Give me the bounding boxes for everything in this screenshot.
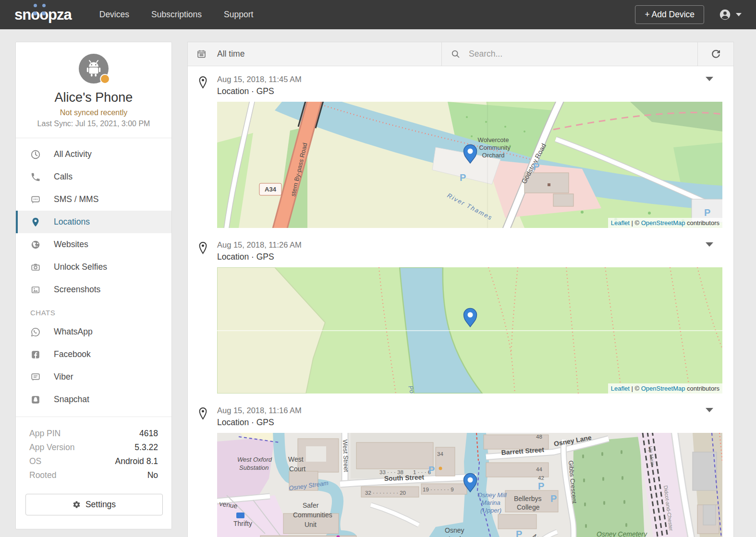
date-range-filter[interactable]: All time — [188, 42, 442, 66]
sidebar-item-locations[interactable]: Locations — [16, 211, 171, 233]
profile-icon — [719, 8, 732, 21]
map-osney[interactable]: West Oxford Substation West Court West S… — [217, 433, 722, 537]
osm-link[interactable]: OpenStreetMap — [641, 385, 685, 392]
info-label: App Version — [29, 441, 74, 454]
phone-icon — [30, 172, 41, 182]
sidebar-item-unlock-selfies[interactable]: Unlock Selfies — [16, 256, 171, 278]
entry-timestamp: Aug 15, 2018, 11:16 AM — [217, 406, 733, 415]
svg-text:P: P — [704, 207, 710, 218]
info-label: OS — [29, 454, 41, 468]
info-value: 5.3.22 — [134, 441, 158, 454]
map-container: Po Leaflet | © OpenStreetMap contributor… — [217, 267, 722, 394]
svg-text:Lock: Lock — [449, 535, 463, 537]
location-pin-icon — [197, 407, 208, 420]
location-pin-icon — [197, 241, 208, 254]
map-attribution: Leaflet | © OpenStreetMap contributors — [608, 218, 722, 228]
info-row-os: OS Android 8.1 — [29, 454, 158, 468]
sidebar-item-sms-mms[interactable]: SMS / MMS — [16, 188, 171, 211]
refresh-button[interactable] — [698, 42, 733, 66]
sidebar-item-screenshots[interactable]: Screenshots — [16, 278, 171, 301]
search-input[interactable] — [468, 48, 692, 60]
entry-timestamp: Aug 15, 2018, 11:45 AM — [217, 75, 733, 84]
svg-text:West Street: West Street — [341, 440, 350, 473]
refresh-icon — [710, 48, 721, 60]
sidebar-item-calls[interactable]: Calls — [16, 166, 171, 188]
calendar-icon — [196, 49, 207, 59]
leaflet-link[interactable]: Leaflet — [611, 385, 630, 392]
location-entry: Aug 15, 2018, 11:26 AM Location · GPS — [188, 232, 733, 397]
sync-status-text: Not synced recently — [21, 108, 167, 117]
last-sync-text: Last Sync: Jul 15, 2021, 3:00 PM — [21, 119, 167, 128]
globe-icon — [30, 239, 41, 250]
collapse-chevron-icon[interactable] — [706, 77, 713, 81]
map-container: A34 stern By-pass Road Wolvercote Commun… — [217, 102, 722, 228]
navbar-link-support[interactable]: Support — [224, 10, 253, 20]
sidebar-item-facebook[interactable]: Facebook — [16, 343, 171, 366]
filter-bar: All time — [188, 42, 733, 66]
svg-text:34: 34 — [437, 451, 443, 457]
chevron-down-icon — [736, 13, 742, 16]
info-label: Rooted — [29, 468, 56, 482]
sidebar-item-label: All Activity — [54, 149, 92, 159]
svg-text:Thrifty: Thrifty — [233, 520, 252, 527]
add-device-button[interactable]: + Add Device — [635, 5, 704, 24]
android-icon — [84, 59, 103, 78]
svg-text:42: 42 — [538, 475, 544, 481]
map-container: West Oxford Substation West Court West S… — [217, 433, 722, 537]
device-name: Alice's Phone — [21, 90, 167, 105]
device-info: App PIN 4618 App Version 5.3.22 OS Andro… — [16, 417, 171, 486]
chat-bubble-icon — [30, 194, 41, 205]
profile-menu[interactable] — [719, 8, 742, 21]
map-river-meadow[interactable]: Po — [217, 267, 722, 394]
snoopza-logo[interactable]: snoopza — [14, 7, 72, 22]
sidebar-item-snapchat[interactable]: Snapchat — [16, 388, 171, 411]
sidebar-item-viber[interactable]: Viber — [16, 366, 171, 388]
device-card: Alice's Phone Not synced recently Last S… — [16, 42, 171, 138]
navbar-link-subscriptions[interactable]: Subscriptions — [151, 10, 202, 20]
svg-text:A34: A34 — [265, 186, 277, 193]
info-value: Android 8.1 — [115, 454, 158, 468]
svg-text:P: P — [550, 493, 557, 504]
device-sidebar: Alice's Phone Not synced recently Last S… — [15, 42, 172, 529]
svg-text:P: P — [516, 529, 522, 537]
locations-panel: All time Aug 15, 2018, 11:45 AM Location… — [187, 42, 734, 537]
svg-text:33 · · · 38: 33 · · · 38 — [379, 469, 403, 475]
navbar-link-devices[interactable]: Devices — [99, 10, 129, 20]
chats-heading: CHATS — [16, 301, 171, 321]
location-pin-icon — [197, 76, 208, 89]
svg-text:44: 44 — [536, 466, 542, 472]
camera-icon — [30, 262, 41, 273]
snoopza-dashboard: { "navbar": { "logo": {"p1": "sn", "o1":… — [0, 0, 756, 537]
sidebar-item-websites[interactable]: Websites — [16, 233, 171, 256]
date-range-label: All time — [217, 49, 244, 59]
settings-button[interactable]: Settings — [25, 494, 163, 515]
search-box — [442, 42, 698, 66]
whatsapp-icon — [30, 327, 41, 337]
svg-text:19 · · · · · · 9: 19 · · · · · · 9 — [423, 487, 454, 492]
svg-text:32 · · · · · · · · 20: 32 · · · · · · · · 20 — [365, 490, 406, 496]
navbar-links: Devices Subscriptions Support — [99, 10, 254, 20]
svg-text:Wolvercote: Wolvercote — [478, 136, 509, 143]
svg-text:College: College — [517, 503, 540, 511]
info-row-app-pin: App PIN 4618 — [29, 427, 158, 441]
map-wolvercote[interactable]: A34 stern By-pass Road Wolvercote Commun… — [217, 102, 722, 228]
sidebar-item-all-activity[interactable]: All Activity — [16, 143, 171, 166]
entry-header: Aug 15, 2018, 11:16 AM Location · GPS — [188, 406, 733, 431]
sidebar-item-label: Facebook — [54, 349, 91, 359]
sidebar-item-label: Snapchat — [54, 394, 89, 405]
leaflet-link[interactable]: Leaflet — [611, 219, 630, 227]
sidebar-item-label: WhatsApp — [54, 327, 93, 337]
collapse-chevron-icon[interactable] — [706, 408, 713, 412]
osm-link[interactable]: OpenStreetMap — [641, 219, 685, 227]
info-value: No — [147, 468, 158, 482]
clock-icon — [30, 149, 41, 160]
svg-text:Bellerbys: Bellerbys — [514, 495, 542, 502]
svg-text:Osney Cemetery: Osney Cemetery — [597, 530, 647, 537]
sidebar-item-whatsapp[interactable]: WhatsApp — [16, 321, 171, 343]
svg-text:P: P — [460, 172, 466, 183]
svg-text:Unit: Unit — [305, 521, 317, 528]
svg-text:Substation: Substation — [239, 464, 268, 471]
map-attribution: Leaflet | © OpenStreetMap contributors — [608, 383, 722, 394]
entry-timestamp: Aug 15, 2018, 11:26 AM — [217, 240, 733, 250]
collapse-chevron-icon[interactable] — [706, 242, 713, 247]
